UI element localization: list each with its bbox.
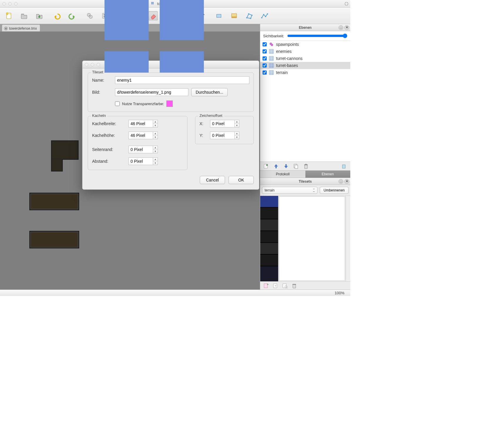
dialog-button-row: Cancel OK (88, 176, 254, 184)
tiles-group: Kacheln Kachelbreite: ▲▼ Kachelhöhe: ▲▼ … (88, 116, 187, 170)
offset-x-label: X: (199, 121, 207, 126)
new-tileset-dialog: Neues Tileset Tileset Name: Bild: Durchs… (82, 60, 259, 190)
transparency-color-swatch[interactable] (166, 100, 173, 107)
spin-up-icon[interactable]: ▲ (153, 158, 158, 162)
name-label: Name: (92, 78, 112, 83)
svg-rect-58 (160, 0, 204, 40)
group-legend: Kacheln (91, 113, 107, 118)
spin-down-icon[interactable]: ▼ (153, 150, 158, 153)
spin-down-icon[interactable]: ▼ (153, 162, 158, 165)
offset-group: Zeichenoffset X: ▲▼ Y: ▲▼ (195, 116, 254, 144)
ok-button[interactable]: OK (229, 176, 254, 184)
group-legend: Tileset (91, 70, 104, 74)
tile-width-input[interactable] (128, 120, 153, 127)
tile-width-spinner[interactable]: ▲▼ (128, 120, 158, 127)
svg-rect-57 (104, 0, 149, 40)
spin-up-icon[interactable]: ▲ (235, 120, 239, 124)
spin-up-icon[interactable]: ▲ (153, 146, 158, 150)
margin-input[interactable] (128, 146, 153, 153)
spacing-label: Abstand: (92, 159, 126, 164)
cancel-button[interactable]: Cancel (200, 176, 225, 184)
tile-height-label: Kachelhöhe: (92, 133, 126, 138)
offset-y-spinner[interactable]: ▲▼ (210, 132, 239, 139)
spin-down-icon[interactable]: ▼ (153, 136, 158, 139)
spin-down-icon[interactable]: ▼ (235, 136, 239, 139)
spacing-spinner[interactable]: ▲▼ (128, 157, 158, 165)
spin-down-icon[interactable]: ▼ (235, 124, 239, 127)
offset-y-label: Y: (199, 133, 207, 138)
spacing-input[interactable] (128, 157, 153, 165)
image-input[interactable] (115, 88, 188, 96)
tile-height-spinner[interactable]: ▲▼ (128, 132, 158, 139)
margin-spinner[interactable]: ▲▼ (128, 146, 158, 153)
use-transparency-checkbox[interactable] (115, 101, 120, 106)
use-transparency-label: Nutze Transparenzfarbe: (122, 102, 164, 106)
modal-overlay: Neues Tileset Tileset Name: Bild: Durchs… (0, 0, 350, 296)
image-label: Bild: (92, 90, 112, 95)
margin-label: Seitenrand: (92, 147, 126, 152)
tile-width-label: Kachelbreite: (92, 121, 126, 126)
browse-button[interactable]: Durchsuchen... (191, 88, 228, 96)
name-input[interactable] (115, 76, 249, 84)
spin-up-icon[interactable]: ▲ (235, 132, 239, 136)
group-legend: Zeichenoffset (198, 113, 224, 118)
spin-up-icon[interactable]: ▲ (153, 120, 158, 124)
offset-x-spinner[interactable]: ▲▼ (210, 120, 239, 127)
dialog-titlebar[interactable]: Neues Tileset (82, 61, 259, 68)
spin-down-icon[interactable]: ▼ (153, 124, 158, 127)
tileset-group: Tileset Name: Bild: Durchsuchen... Nutze… (88, 73, 254, 112)
offset-y-input[interactable] (210, 132, 235, 139)
dialog-body: Tileset Name: Bild: Durchsuchen... Nutze… (82, 68, 259, 189)
offset-x-input[interactable] (210, 120, 235, 127)
spin-up-icon[interactable]: ▲ (153, 132, 158, 136)
tile-height-input[interactable] (128, 132, 153, 139)
